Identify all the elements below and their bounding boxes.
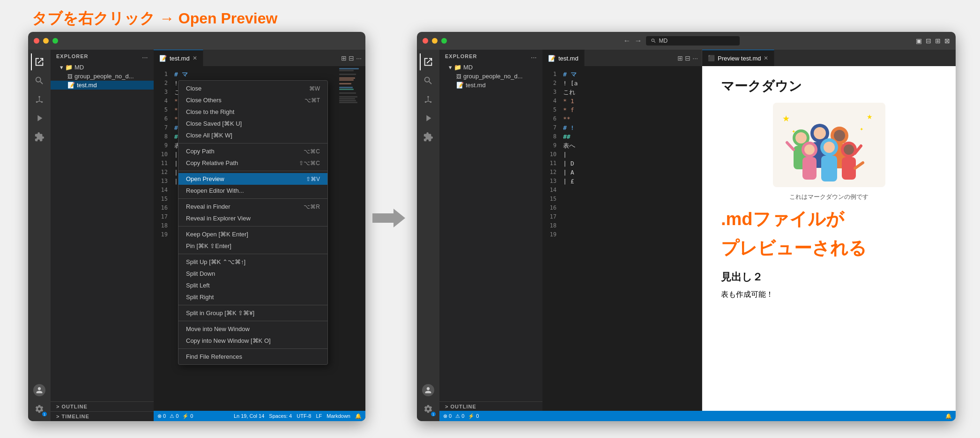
traffic-light-green-right[interactable] [441,38,447,44]
menu-find-refs[interactable]: Find File References [178,351,327,362]
status-eol[interactable]: LF [316,413,322,419]
sidebar-menu-button[interactable]: ... [142,53,148,59]
left-editor-layout: 1 EXPLORER ... ▾ 📁 MD 🖼 group_people_no_… [28,50,365,421]
right-activity-explorer[interactable] [420,53,437,70]
status-language[interactable]: Markdown [327,413,350,419]
split-editor-icon[interactable]: ⊞ [341,54,347,62]
right-layout-icon[interactable]: ⊟ [685,54,690,62]
more-actions-icon[interactable]: ··· [356,54,362,62]
menu-keep-open[interactable]: Keep Open [⌘K Enter] [178,228,327,240]
right-activity-run[interactable] [420,110,437,127]
menu-close-all[interactable]: Close All [⌘K W] [178,129,327,141]
menu-reopen-with[interactable]: Reopen Editor With... [178,185,327,196]
svg-point-32 [834,130,845,141]
status-info[interactable]: ⚡ 0 [182,413,193,419]
menu-pin[interactable]: Pin [⌘K ⇧Enter] [178,240,327,252]
traffic-light-yellow-right[interactable] [432,38,438,44]
left-tab-bar: 📝 test.md ✕ ⊞ ⊟ ··· [154,50,365,66]
layout-icon[interactable]: ⊟ [349,54,354,62]
sep4 [178,226,327,227]
right-file-md-icon: 📝 [456,82,464,89]
right-file-group-people[interactable]: 🖼 group_people_no_d... [439,72,542,81]
forward-button[interactable]: → [635,37,642,45]
activity-search[interactable] [31,72,48,89]
preview-tab-close[interactable]: ✕ [764,55,768,61]
menu-close-others[interactable]: Close Others ⌥⌘T [178,94,327,106]
traffic-light-yellow[interactable] [43,38,49,44]
svg-point-30 [795,132,807,143]
menu-split-up[interactable]: Split Up [⌘K ⌃⌥⌘↑] [178,256,327,268]
status-warnings[interactable]: ⚠ 0 [170,413,178,419]
file-group-people[interactable]: 🖼 group_people_no_d... [51,72,154,81]
right-activity-extensions[interactable] [420,128,437,145]
right-status-bar: ⊗ 0 ⚠ 0 ⚡ 0 🔔 [439,411,956,421]
right-file-test-md[interactable]: 📝 test.md [439,81,542,90]
preview-big-text-1: .mdファイルが [721,209,937,230]
menu-copy-rel-path[interactable]: Copy Relative Path ⇧⌥⌘C [178,157,327,169]
right-activity-avatar[interactable] [420,382,437,399]
traffic-light-red[interactable] [34,38,39,44]
sep7 [178,321,327,321]
timeline-section[interactable]: > TIMELINE [51,411,154,421]
window-icon-3[interactable]: ⊞ [935,37,941,45]
activity-explorer[interactable] [31,53,48,70]
svg-text:✦: ✦ [860,127,863,132]
right-more-icon[interactable]: ··· [692,54,698,62]
activity-git[interactable] [31,91,48,108]
status-position[interactable]: Ln 19, Col 14 [234,413,264,419]
menu-close-right[interactable]: Close to the Right [178,106,327,118]
tab-preview[interactable]: ⬛ Preview test.md ✕ [702,50,774,66]
tab-close-button[interactable]: ✕ [193,55,197,61]
right-status-warnings[interactable]: ⚠ 0 [455,413,464,419]
right-tab-test-md[interactable]: 📝 test.md [542,50,585,66]
code-pane: 📝 test.md ⊞ ⊟ ··· 1234 5678 [542,50,702,421]
right-status-errors[interactable]: ⊗ 0 [443,413,452,419]
activity-extensions[interactable] [31,128,48,145]
status-encoding[interactable]: UTF-8 [297,413,311,419]
menu-split-group[interactable]: Split in Group [⌘K ⇧⌘¥] [178,307,327,319]
activity-avatar[interactable] [31,382,48,399]
right-code-area[interactable]: # マ ! [a これ * 1 * f ** # ! ## [559,66,702,421]
right-outline-section[interactable]: > OUTLINE [439,401,542,411]
right-activity-settings[interactable]: 1 [420,400,437,417]
right-folder-md[interactable]: ▾ 📁 MD [439,63,542,72]
right-split-icon[interactable]: ⊞ [677,54,683,62]
window-icon-4[interactable]: ⊠ [944,37,950,45]
right-activity-git[interactable] [420,91,437,108]
window-icon-1[interactable]: ▣ [916,37,922,45]
menu-move-window[interactable]: Move into New Window [178,323,327,335]
file-test-md[interactable]: 📝 test.md [51,81,154,90]
preview-h1: マークダウン [721,77,937,95]
tab-test-md[interactable]: 📝 test.md ✕ [154,50,203,66]
traffic-light-red-right[interactable] [423,38,428,44]
menu-open-preview[interactable]: Open Preview ⇧⌘V [178,173,327,185]
outline-section[interactable]: > OUTLINE [51,401,154,411]
activity-run[interactable] [31,110,48,127]
status-errors[interactable]: ⊗ 0 [157,413,166,419]
menu-reopen-with-label: Reopen Editor With... [186,187,244,194]
folder-md[interactable]: ▾ 📁 MD [51,63,154,72]
menu-copy-window-label: Copy into New Window [⌘K O] [186,337,271,344]
menu-split-right[interactable]: Split Right [178,291,327,303]
menu-split-left[interactable]: Split Left [178,279,327,291]
traffic-light-green[interactable] [52,38,58,44]
status-spaces[interactable]: Spaces: 4 [269,413,292,419]
menu-reveal-explorer[interactable]: Reveal in Explorer View [178,212,327,224]
menu-close-saved[interactable]: Close Saved [⌘K U] [178,118,327,129]
right-status-info[interactable]: ⚡ 0 [468,413,479,419]
back-button[interactable]: ← [624,37,631,45]
right-notification-bell[interactable]: 🔔 [945,413,952,419]
menu-copy-path[interactable]: Copy Path ⌥⌘C [178,145,327,157]
menu-copy-window[interactable]: Copy into New Window [⌘K O] [178,335,327,347]
menu-split-down[interactable]: Split Down [178,268,327,279]
info-icon: ⚡ [182,413,189,419]
menu-close[interactable]: Close ⌘W [178,83,327,94]
notification-bell[interactable]: 🔔 [355,413,362,419]
right-activity-search[interactable] [420,72,437,89]
right-sidebar-menu-button[interactable]: ... [531,53,537,59]
file-name: test.md [77,82,97,89]
menu-reveal-finder[interactable]: Reveal in Finder ⌥⌘R [178,201,327,212]
title-bar-search[interactable]: MD [646,36,740,45]
window-icon-2[interactable]: ⊟ [926,37,931,45]
activity-settings[interactable]: 1 [31,400,48,417]
